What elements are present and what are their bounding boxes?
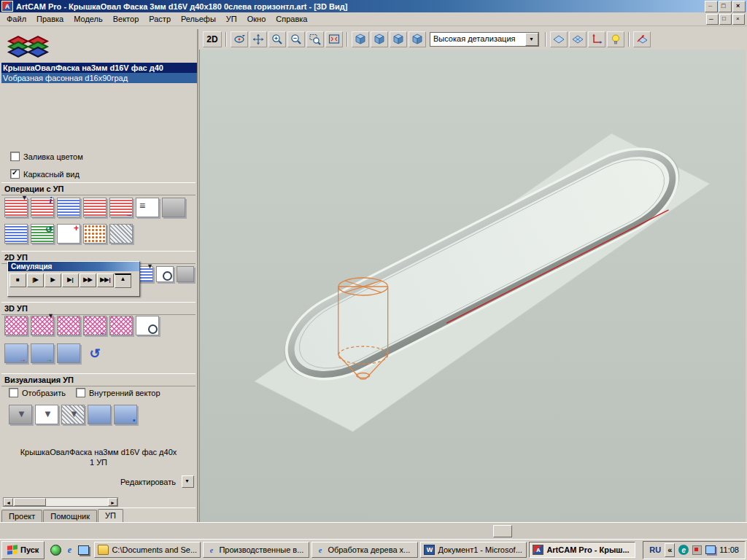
drill-bank-icon[interactable] xyxy=(83,224,107,244)
2d-sphere-icon[interactable] xyxy=(177,266,194,282)
taskbar-button-artcam-active[interactable]: A ArtCAM Pro - Крыш... xyxy=(529,542,635,558)
show-checkbox[interactable] xyxy=(9,388,18,397)
tray-expand-chevron[interactable]: « xyxy=(665,543,675,557)
menu-file[interactable]: Файл xyxy=(1,13,31,25)
raster-toolpath-icon[interactable] xyxy=(4,224,28,244)
quick-launch-globe-icon[interactable] xyxy=(50,544,61,556)
import-toolpath-icon[interactable] xyxy=(31,343,54,363)
tray-network-icon[interactable] xyxy=(705,545,716,554)
maximize-button[interactable] xyxy=(719,1,732,12)
menu-reliefs[interactable]: Рельефы xyxy=(176,13,221,25)
toolpath-list-item-tool[interactable]: Vобразная фасонная d16x90град xyxy=(1,73,197,83)
artcam-app-icon[interactable]: A xyxy=(1,1,13,12)
laser-relief-icon[interactable] xyxy=(83,316,107,335)
draw-grid-icon[interactable] xyxy=(569,31,587,47)
scroll-left-arrow[interactable] xyxy=(4,498,13,506)
machine-toolpath-icon[interactable] xyxy=(162,198,185,217)
sim-step-forward-button[interactable]: ▶| xyxy=(62,273,79,287)
toolpath-list-item-selected[interactable]: КрышкаОвалФаска на3мм d16V фас д40 xyxy=(1,63,197,73)
detail-level-dropdown[interactable]: Высокая детализация xyxy=(430,32,539,47)
show-desktop-icon[interactable] xyxy=(77,544,89,556)
toolpath-template-icon[interactable] xyxy=(57,343,80,363)
edit-button[interactable]: Редактировать xyxy=(116,477,180,487)
taskbar-button-ie1[interactable]: e Производственные в... xyxy=(203,542,309,558)
profile-toolpath-icon[interactable] xyxy=(4,198,28,217)
taskbar-button-explorer[interactable]: C:\Documents and Se... xyxy=(94,542,201,558)
save-simulation-icon[interactable] xyxy=(114,405,137,424)
relief-preview-icon[interactable] xyxy=(633,31,651,47)
tray-status-icon[interactable] xyxy=(692,545,702,555)
lighting-icon[interactable] xyxy=(607,31,624,47)
simulation-palette[interactable]: Симуляция ■ |▶ ▶ ▶| ▶▶ ▶▶| ▲ xyxy=(7,261,140,297)
docked-toolbar-fragment[interactable] xyxy=(493,525,512,537)
export-toolpath-icon[interactable] xyxy=(4,343,28,363)
rest-machining-icon[interactable] xyxy=(31,316,54,335)
origin-axis-icon[interactable] xyxy=(588,31,605,47)
wireframe-checkbox[interactable] xyxy=(10,169,20,179)
pan-view-icon[interactable] xyxy=(249,31,267,47)
spiral-toolpath-icon[interactable] xyxy=(31,224,54,244)
tab-project[interactable]: Проект xyxy=(1,510,42,522)
engrave-toolpath-icon[interactable] xyxy=(83,198,107,217)
close-button[interactable] xyxy=(732,1,746,12)
menu-vector[interactable]: Вектор xyxy=(108,13,144,25)
tray-e-icon[interactable]: e xyxy=(678,545,689,555)
taskbar-button-ie2[interactable]: e Обработка дерева х... xyxy=(311,542,418,558)
feature-machining-icon[interactable] xyxy=(57,316,80,335)
isometric-view-icon[interactable] xyxy=(352,31,369,47)
simulate-block-icon[interactable] xyxy=(109,224,133,244)
toolpath-info-icon[interactable] xyxy=(31,198,54,217)
menu-window[interactable]: Окно xyxy=(242,13,271,25)
tab-assistant[interactable]: Помощник xyxy=(43,510,97,522)
scrollbar-thumb[interactable] xyxy=(14,498,46,506)
quick-launch-ie-icon[interactable]: e xyxy=(63,544,75,556)
menu-edit[interactable]: Правка xyxy=(31,13,69,25)
start-button[interactable]: Пуск xyxy=(1,541,44,559)
zoom-window-icon[interactable] xyxy=(306,31,324,47)
view-along-z-icon[interactable] xyxy=(409,31,426,47)
language-indicator[interactable]: RU xyxy=(649,545,661,554)
delete-simulation-icon[interactable] xyxy=(88,405,111,424)
transform-toolpath-icon[interactable] xyxy=(109,198,133,217)
zoom-extents-icon[interactable] xyxy=(325,31,343,47)
2d-view-button[interactable]: 2D xyxy=(203,31,222,47)
child-restore-button[interactable] xyxy=(719,14,732,25)
area-clearance-icon[interactable] xyxy=(57,198,80,217)
child-close-button[interactable] xyxy=(732,14,745,25)
simulate-fast-icon[interactable] xyxy=(35,405,58,424)
dropdown-arrow-icon[interactable] xyxy=(525,33,538,46)
edit-dropdown-arrow[interactable] xyxy=(182,475,194,488)
menu-help[interactable]: Справка xyxy=(271,13,312,25)
taskbar-button-word[interactable]: W Документ1 - Microsof... xyxy=(420,542,527,558)
sim-play-button[interactable]: ▶ xyxy=(44,273,61,287)
menu-toolpaths[interactable]: УП xyxy=(221,13,242,25)
fill-color-checkbox[interactable] xyxy=(10,152,20,161)
fill-color-checkbox-row[interactable]: Заливка цветом xyxy=(10,152,83,161)
panel-horizontal-scrollbar[interactable] xyxy=(3,497,118,507)
toolpath-summary-icon[interactable] xyxy=(136,198,159,217)
child-minimize-button[interactable] xyxy=(706,14,719,25)
wireframe-checkbox-row[interactable]: Каркасный вид xyxy=(10,169,80,179)
cut-out-icon[interactable] xyxy=(109,316,133,335)
sim-restart-button[interactable]: ▲ xyxy=(115,273,131,288)
draw-plane-icon[interactable] xyxy=(550,31,568,47)
menu-raster[interactable]: Растр xyxy=(144,13,176,25)
tab-toolpaths[interactable]: УП xyxy=(98,509,123,522)
sim-fast-forward-button[interactable]: ▶▶ xyxy=(80,273,96,287)
show-checkbox-row[interactable]: Отобразить xyxy=(9,388,66,397)
sim-stop-button[interactable]: ■ xyxy=(9,273,26,287)
undo-toolpath-icon[interactable]: ↺ xyxy=(83,343,107,363)
toolpath-stack2-icon[interactable] xyxy=(26,35,50,60)
simulation-palette-title[interactable]: Симуляция xyxy=(8,262,139,271)
view-along-x-icon[interactable] xyxy=(371,31,388,47)
sim-to-end-button[interactable]: ▶▶| xyxy=(97,273,114,287)
inner-vector-checkbox[interactable] xyxy=(76,388,85,397)
sim-step-back-button[interactable]: |▶ xyxy=(27,273,44,287)
scroll-right-arrow[interactable] xyxy=(108,498,117,506)
zoom-in-icon[interactable] xyxy=(268,31,286,47)
menu-model[interactable]: Модель xyxy=(69,13,107,25)
2d-preview-icon[interactable] xyxy=(156,266,174,282)
simulate-all-icon[interactable] xyxy=(61,405,85,424)
inner-vector-checkbox-row[interactable]: Внутренний вектор xyxy=(76,388,160,397)
minimize-button[interactable] xyxy=(705,1,718,12)
